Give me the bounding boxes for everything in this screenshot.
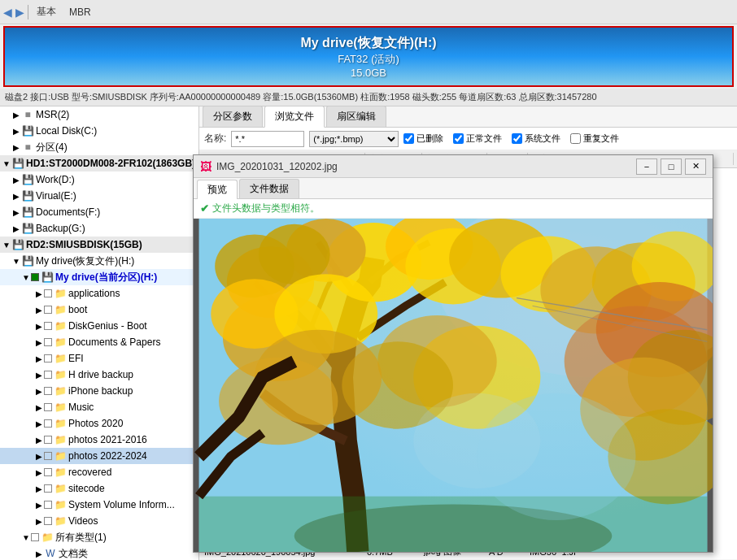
expand-icon[interactable]: ▶ <box>11 142 21 152</box>
folder-box <box>44 468 52 476</box>
tree-item-system-vol[interactable]: ▶ 📁 System Volume Inform... <box>0 497 198 513</box>
tree-item-iphone-backup[interactable]: ▶ 📁 iPhone backup <box>0 383 198 399</box>
expand-icon[interactable]: ▶ <box>34 305 44 315</box>
tree-item-documents-f[interactable]: ▶ 💾 Documents(F:) <box>0 204 198 220</box>
tree-item-hd1[interactable]: ▼ 💾 HD1:ST2000DM008-2FR102(1863GB) <box>0 155 198 171</box>
expand-icon[interactable]: ▶ <box>34 370 44 380</box>
tree-item-mydrive-h[interactable]: ▼ 💾 My drive(恢复文件)(H:) <box>0 253 198 269</box>
expand-icon[interactable]: ▶ <box>34 435 44 445</box>
tree-item-photos2022[interactable]: ▶ 📁 photos 2022-2024 <box>0 448 198 464</box>
expand-icon[interactable]: ▶ <box>34 451 44 461</box>
expand-icon[interactable]: ▶ <box>34 386 44 396</box>
expand-icon[interactable]: ▼ <box>2 158 11 168</box>
tree-item-boot[interactable]: ▶ 📁 boot <box>0 302 198 318</box>
tab-browse-files[interactable]: 浏览文件 <box>264 106 325 128</box>
tree-item-sitecode[interactable]: ▶ 📁 sitecode <box>0 480 198 497</box>
toolbar-nav-fwd[interactable]: ▶ <box>15 6 24 19</box>
expand-icon[interactable]: ▶ <box>34 549 44 558</box>
tree-item-work-d[interactable]: ▶ 💾 Work(D:) <box>0 171 198 188</box>
tree-label: Music <box>68 402 94 413</box>
usb-icon: 💾 <box>11 239 24 250</box>
expand-icon[interactable]: ▶ <box>34 467 44 477</box>
normal-checkbox[interactable] <box>453 133 464 144</box>
tab-sector-editor[interactable]: 扇区编辑 <box>326 106 386 127</box>
disk-icon: 💾 <box>21 223 34 234</box>
tree-item-partition4[interactable]: ▶ ■ 分区(4) <box>0 139 198 155</box>
expand-icon[interactable]: ▶ <box>34 337 44 347</box>
expand-icon[interactable]: ▶ <box>34 500 44 510</box>
expand-icon[interactable]: ▶ <box>11 207 21 217</box>
checkbox-deleted[interactable]: 已删除 <box>403 132 443 145</box>
tree-label: Videos <box>68 515 98 527</box>
checkbox-recover[interactable]: 重复文件 <box>570 132 619 145</box>
expand-icon[interactable]: ▼ <box>21 272 31 282</box>
expand-icon[interactable]: ▶ <box>34 321 44 331</box>
filter-type-select[interactable]: (*.jpg;*.bmp) <box>309 131 399 147</box>
tree-item-h-drive-backup[interactable]: ▶ 📁 H drive backup <box>0 367 198 383</box>
preview-titlebar: 🖼 IMG_20201031_120202.jpg − □ ✕ <box>194 155 713 178</box>
deleted-checkbox[interactable] <box>403 133 414 144</box>
tree-item-all-types[interactable]: ▼ 📁 所有类型(1) <box>0 529 198 545</box>
recover-checkbox[interactable] <box>570 133 581 144</box>
folder-badge-icon: 📁 <box>54 434 67 445</box>
preview-window: 🖼 IMG_20201031_120202.jpg − □ ✕ 预览 文件数据 … <box>193 154 713 553</box>
tree-item-msr[interactable]: ▶ ■ MSR(2) <box>0 106 198 123</box>
expand-icon[interactable]: ▶ <box>34 402 44 412</box>
svg-point-33 <box>413 393 540 488</box>
window-controls: − □ ✕ <box>636 158 706 175</box>
tree-item-applications[interactable]: ▶ 📁 applications <box>0 285 198 302</box>
expand-icon[interactable]: ▼ <box>11 256 21 266</box>
folder-badge-icon: 📁 <box>54 353 67 364</box>
tab-partition-params[interactable]: 分区参数 <box>203 106 263 127</box>
tree-item-photos2020[interactable]: ▶ 📁 Photos 2020 <box>0 415 198 432</box>
tree-item-photos2021[interactable]: ▶ 📁 photos 2021-2016 <box>0 432 198 448</box>
drive-size: 15.0GB <box>300 67 436 79</box>
tree-label: EFI <box>68 353 84 364</box>
tree-label: boot <box>68 304 87 315</box>
expand-icon[interactable]: ▶ <box>11 175 21 184</box>
tree-item-doc-type[interactable]: ▶ W 文档类 <box>0 545 198 560</box>
system-checkbox[interactable] <box>512 133 522 144</box>
tab-file-data[interactable]: 文件数据 <box>239 179 299 198</box>
tree-label: H drive backup <box>68 369 133 380</box>
expand-icon[interactable]: ▶ <box>34 289 44 298</box>
top-toolbar: ◀ ▶ 基本 MBR <box>0 0 737 24</box>
toolbar-nav-back[interactable]: ◀ <box>3 6 12 19</box>
filter-name-input[interactable] <box>231 131 304 147</box>
tree-label: MSR(2) <box>36 109 69 120</box>
tree-label: DiskGenius - Boot <box>68 320 147 332</box>
tree-label: Work(D:) <box>36 174 75 185</box>
tree-item-videos[interactable]: ▶ 📁 Videos <box>0 513 198 529</box>
tree-label: Documents(F:) <box>36 206 100 218</box>
expand-icon[interactable]: ▶ <box>34 516 44 526</box>
expand-icon[interactable]: ▶ <box>34 419 44 428</box>
tab-preview[interactable]: 预览 <box>197 180 238 199</box>
tree-item-rd2[interactable]: ▼ 💾 RD2:SMIUSBDISK(15GB) <box>0 237 198 253</box>
checkbox-normal[interactable]: 正常文件 <box>453 132 502 145</box>
expand-icon[interactable]: ▶ <box>11 224 21 233</box>
preview-image-area <box>194 219 713 552</box>
expand-icon[interactable]: ▶ <box>11 191 21 201</box>
tree-item-efi[interactable]: ▶ 📁 EFI <box>0 350 198 367</box>
tree-item-diskgenius-boot[interactable]: ▶ 📁 DiskGenius - Boot <box>0 318 198 334</box>
expand-icon[interactable]: ▶ <box>11 110 21 119</box>
expand-icon[interactable]: ▶ <box>11 126 21 136</box>
minimize-button[interactable]: − <box>636 158 657 175</box>
maximize-button[interactable]: □ <box>661 158 682 175</box>
folder-box <box>44 436 52 444</box>
expand-icon[interactable]: ▶ <box>34 354 44 363</box>
close-button[interactable]: ✕ <box>685 158 706 175</box>
expand-icon[interactable]: ▼ <box>21 532 31 542</box>
tree-item-backup-g[interactable]: ▶ 💾 Backup(G:) <box>0 220 198 237</box>
tree-item-local-c[interactable]: ▶ 💾 Local Disk(C:) <box>0 123 198 139</box>
tree-item-mydrive-current[interactable]: ▼ 💾 My drive(当前分区)(H:) <box>0 269 198 285</box>
tree-item-recovered[interactable]: ▶ 📁 recovered <box>0 464 198 480</box>
preview-window-title: IMG_20201031_120202.jpg <box>216 161 636 172</box>
tree-item-virual-e[interactable]: ▶ 💾 Virual(E:) <box>0 188 198 204</box>
checkbox-system[interactable]: 系统文件 <box>512 132 560 145</box>
tree-item-music[interactable]: ▶ 📁 Music <box>0 399 198 415</box>
tree-item-docs-papers[interactable]: ▶ 📁 Documents & Papers <box>0 334 198 350</box>
expand-icon[interactable]: ▼ <box>2 240 11 250</box>
expand-icon[interactable]: ▶ <box>34 484 44 493</box>
folder-badge-icon: 📁 <box>54 336 67 348</box>
